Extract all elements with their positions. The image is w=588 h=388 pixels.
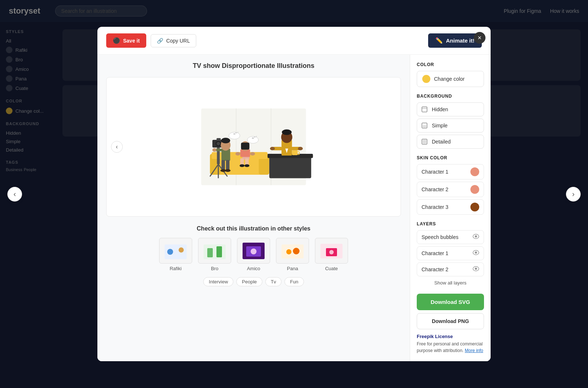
svg-rect-12 [216, 138, 220, 141]
svg-rect-75 [423, 140, 426, 144]
close-icon: × [478, 34, 482, 42]
svg-rect-70 [422, 107, 427, 112]
background-panel-section: BACKGROUND Hidden Simple [417, 94, 484, 149]
color-panel-section: COLOR Change color [417, 62, 484, 87]
svg-point-63 [251, 249, 257, 254]
svg-rect-64 [282, 244, 304, 258]
layer-char1-label: Character 1 [422, 250, 448, 256]
simple-icon [421, 122, 428, 129]
layer-speech-eye-icon[interactable] [473, 234, 479, 240]
illustration-prev-button[interactable]: ‹ [111, 141, 123, 153]
modal-close-button[interactable]: × [474, 32, 485, 44]
svg-point-57 [179, 247, 184, 253]
svg-point-27 [237, 132, 239, 133]
svg-point-66 [293, 248, 300, 254]
layer-speech-label: Speech bubbles [422, 234, 458, 240]
bg-option-hidden[interactable]: Hidden [417, 102, 484, 116]
hidden-icon [421, 106, 428, 113]
tag-fun[interactable]: Fun [284, 277, 304, 286]
style-thumb-rafiki[interactable]: Rafiki [159, 238, 192, 271]
tag-people[interactable]: People [236, 277, 262, 286]
svg-point-65 [286, 249, 291, 254]
modal-right-panel: COLOR Change color BACKGROUND Hidden [410, 55, 491, 361]
svg-point-54 [298, 147, 303, 151]
skin-row-char2[interactable]: Character 2 [417, 182, 484, 197]
save-button[interactable]: ⚫ Save it [106, 33, 146, 48]
svg-point-40 [254, 137, 255, 138]
change-color-button[interactable]: Change color [417, 71, 484, 87]
copy-url-label: Copy URL [166, 38, 190, 44]
background-panel-title: BACKGROUND [417, 94, 484, 99]
style-thumb-pana[interactable]: Pana [276, 238, 309, 271]
show-all-layers-link[interactable]: Show all layers [417, 279, 484, 287]
svg-point-14 [216, 142, 220, 146]
illustration-title: TV show Disproportionate Illustrations [106, 62, 401, 70]
svg-point-77 [475, 235, 477, 237]
style-thumb-bro-img [198, 238, 231, 264]
layer-row-char1: Character 1 [417, 246, 484, 260]
svg-point-35 [244, 164, 249, 167]
skin-char2-dot [470, 185, 479, 194]
style-thumb-rafiki-label: Rafiki [170, 266, 182, 271]
skin-char3-label: Character 3 [422, 204, 448, 210]
svg-rect-59 [207, 248, 213, 257]
pencil-icon: ✏️ [435, 37, 443, 44]
style-thumb-pana-img [276, 238, 309, 264]
skin-color-panel-section: SKIN COLOR Character 1 Character 2 Chara… [417, 155, 484, 215]
svg-point-25 [233, 133, 236, 135]
style-thumb-bro[interactable]: Bro [198, 238, 231, 271]
bg-option-detailed[interactable]: Detailed [417, 135, 484, 149]
layers-panel-title: LAYERS [417, 221, 484, 226]
bg-hidden-label: Hidden [432, 106, 448, 112]
detailed-icon [421, 138, 428, 145]
style-thumb-cuate[interactable]: Cuate [315, 238, 348, 271]
svg-point-21 [221, 138, 230, 143]
style-thumb-amico-img [237, 238, 270, 264]
svg-point-34 [240, 164, 244, 167]
tag-interview[interactable]: Interview [203, 277, 233, 286]
svg-point-36 [236, 152, 240, 156]
style-thumb-amico[interactable]: Amico [237, 238, 270, 271]
style-thumb-pana-label: Pana [287, 266, 298, 271]
svg-point-79 [475, 251, 477, 254]
download-svg-button[interactable]: Download SVG [417, 294, 484, 310]
pinterest-icon: ⚫ [113, 37, 120, 44]
bg-option-simple[interactable]: Simple [417, 119, 484, 133]
style-thumb-amico-label: Amico [247, 266, 260, 271]
nav-arrow-right[interactable]: › [566, 187, 581, 202]
color-panel-title: COLOR [417, 62, 484, 67]
layer-row-speech: Speech bubbles [417, 230, 484, 244]
nav-arrow-left[interactable]: ‹ [7, 187, 22, 202]
svg-point-56 [167, 249, 173, 255]
tag-tv[interactable]: Tv [265, 277, 282, 286]
illustration-svg [184, 92, 323, 202]
download-png-button[interactable]: Download PNG [417, 313, 484, 329]
svg-rect-31 [241, 143, 250, 150]
svg-point-39 [252, 137, 254, 139]
style-thumb-rafiki-img [159, 238, 192, 264]
layer-char2-eye-icon[interactable] [473, 266, 479, 273]
svg-point-69 [329, 250, 334, 254]
other-styles-section: Check out this illustration in other sty… [106, 225, 401, 286]
license-more-info-link[interactable]: More info [465, 348, 483, 353]
svg-rect-17 [226, 160, 230, 171]
bg-simple-label: Simple [432, 123, 448, 128]
copy-url-button[interactable]: 🔗 Copy URL [151, 34, 196, 47]
svg-point-37 [250, 152, 255, 156]
svg-rect-16 [222, 160, 225, 171]
layers-panel-section: LAYERS Speech bubbles Character 1 [417, 221, 484, 287]
svg-rect-73 [423, 125, 426, 127]
layer-row-char2: Character 2 [417, 262, 484, 276]
skin-row-char1[interactable]: Character 1 [417, 164, 484, 180]
change-color-label: Change color [434, 76, 465, 82]
modal-dialog: × ⚫ Save it 🔗 Copy URL ✏️ Animate it! TV… [97, 27, 491, 361]
skin-char1-label: Character 1 [422, 169, 448, 175]
style-thumb-cuate-img [315, 238, 348, 264]
layer-char1-eye-icon[interactable] [473, 250, 479, 257]
svg-point-41 [256, 136, 257, 137]
svg-point-23 [212, 148, 216, 152]
modal-top-bar: ⚫ Save it 🔗 Copy URL ✏️ Animate it! [97, 27, 491, 55]
tags-row: Interview People Tv Fun [106, 277, 401, 286]
skin-row-char3[interactable]: Character 3 [417, 199, 484, 215]
skin-char1-dot [470, 167, 479, 176]
